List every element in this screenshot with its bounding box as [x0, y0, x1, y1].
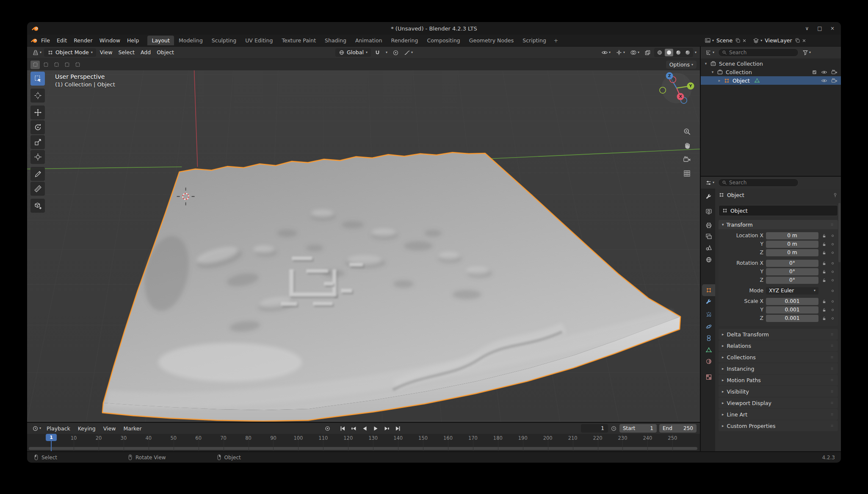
timeline-menu-marker[interactable]: Marker — [119, 425, 145, 432]
play-button[interactable] — [370, 424, 381, 433]
viewport-menu-object[interactable]: Object — [154, 47, 177, 58]
shading-material-button[interactable] — [674, 49, 683, 56]
value-slider[interactable]: 0.001 — [766, 315, 818, 322]
workspace-tab-compositing[interactable]: Compositing — [423, 36, 464, 45]
rotation-mode-select[interactable]: XYZ Euler▾ — [766, 287, 818, 294]
playhead-current-frame[interactable]: 1 — [46, 434, 57, 441]
editor-type-button[interactable]: ▾ — [30, 48, 43, 57]
lock-icon[interactable] — [821, 316, 827, 321]
view-layer-selector[interactable]: ViewLayer — [763, 37, 793, 44]
viewport-menu-view[interactable]: View — [97, 47, 116, 58]
shading-dropdown-icon[interactable]: ▾ — [695, 51, 697, 54]
properties-tab-data[interactable] — [702, 344, 715, 356]
timeline-menu-view[interactable]: View — [100, 425, 120, 432]
menu-window[interactable]: Window — [96, 35, 124, 47]
play-reverse-button[interactable] — [359, 424, 370, 433]
workspace-tab-animation[interactable]: Animation — [351, 36, 387, 45]
panel-drag-handle-icon[interactable] — [829, 222, 835, 227]
options-button[interactable]: Options▾ — [666, 61, 697, 69]
properties-scrollbar[interactable] — [838, 203, 840, 262]
properties-tab-tool[interactable] — [702, 191, 715, 203]
unlink-scene-icon[interactable] — [742, 38, 747, 43]
workspace-tab-shading[interactable]: Shading — [321, 36, 351, 45]
maximize-button[interactable]: □ — [815, 24, 825, 33]
previous-keyframe-button[interactable] — [348, 424, 359, 433]
lock-icon[interactable] — [821, 299, 827, 304]
panel-custom-properties[interactable]: ▸Custom Properties — [719, 420, 838, 431]
tool-annotate[interactable] — [30, 167, 45, 181]
viewport-menu-add[interactable]: Add — [138, 47, 154, 58]
lock-icon[interactable] — [821, 261, 827, 266]
shading-rendered-button[interactable] — [683, 49, 692, 56]
animate-property-dot[interactable] — [829, 250, 835, 255]
properties-tab-physics[interactable] — [702, 321, 715, 333]
mode-select[interactable]: Object Mode▾ — [44, 48, 96, 57]
snap-settings-button[interactable]: ▾ — [384, 50, 389, 55]
value-slider[interactable]: 0° — [766, 260, 818, 267]
view-layer-icon[interactable] — [753, 37, 759, 44]
workspace-tab-rendering[interactable]: Rendering — [387, 36, 423, 45]
expand-toggle-icon[interactable]: ▾ — [703, 61, 708, 66]
shading-wireframe-button[interactable] — [655, 49, 664, 56]
panel-instancing[interactable]: ▸Instancing — [719, 363, 838, 374]
lock-icon[interactable] — [821, 289, 827, 293]
timeline-editor-type-button[interactable]: ▾ — [30, 425, 43, 433]
properties-editor-type-button[interactable]: ▾ — [704, 179, 716, 187]
toggle-perspective-icon[interactable] — [682, 169, 691, 178]
select-mode-intersect[interactable] — [73, 61, 82, 69]
workspace-tab-uv-editing[interactable]: UV Editing — [241, 36, 277, 45]
value-slider[interactable]: 0 m — [766, 232, 818, 239]
frame-start-field[interactable]: Start1 — [619, 424, 657, 433]
new-scene-icon[interactable] — [735, 38, 741, 43]
panel-delta-transform[interactable]: ▸Delta Transform — [719, 329, 838, 340]
toggle-xray-button[interactable] — [643, 49, 652, 57]
workspace-tab-sculpting[interactable]: Sculpting — [207, 36, 240, 45]
properties-search[interactable] — [718, 178, 799, 187]
tool-measure[interactable] — [30, 182, 45, 196]
workspace-tab-geometry-nodes[interactable]: Geometry Nodes — [465, 36, 518, 45]
panel-line-art[interactable]: ▸Line Art — [719, 409, 838, 420]
lock-icon[interactable] — [821, 269, 827, 274]
timeline-menu-playback[interactable]: Playback — [43, 425, 74, 432]
properties-search-input[interactable] — [729, 180, 795, 186]
tool-rotate[interactable] — [30, 120, 45, 134]
remove-view-layer-icon[interactable] — [802, 38, 807, 43]
menu-help[interactable]: Help — [124, 35, 143, 47]
snap-toggle-button[interactable] — [373, 49, 382, 57]
tool-transform[interactable] — [30, 150, 45, 164]
properties-tab-constraints[interactable] — [702, 332, 715, 344]
outliner-search[interactable] — [718, 48, 799, 57]
lock-icon[interactable] — [821, 242, 827, 247]
animate-property-dot[interactable] — [829, 269, 835, 274]
transform-panel-header[interactable]: ▾ Transform — [719, 220, 838, 229]
jump-to-end-button[interactable] — [393, 424, 403, 433]
menu-file[interactable]: File — [38, 35, 53, 47]
jump-to-start-button[interactable] — [337, 424, 348, 433]
value-slider[interactable]: 0° — [766, 268, 818, 275]
workspace-tab-texture-paint[interactable]: Texture Paint — [277, 36, 320, 45]
minimize-button[interactable]: ∨ — [802, 24, 812, 33]
show-overlays-button[interactable]: ▾ — [628, 48, 641, 57]
show-gizmo-button[interactable]: ▾ — [614, 48, 627, 57]
panel-collections[interactable]: ▸Collections — [719, 352, 838, 363]
disable-in-renders-toggle[interactable] — [831, 78, 838, 84]
viewport-canvas[interactable]: XYZ — [27, 70, 700, 422]
tool-scale[interactable] — [30, 135, 45, 149]
properties-tab-object[interactable] — [702, 284, 715, 296]
blender-menu-icon[interactable] — [30, 37, 38, 44]
animate-property-dot[interactable] — [829, 261, 835, 266]
value-slider[interactable]: 0.001 — [766, 298, 818, 305]
proportional-falloff-button[interactable]: ▾ — [402, 49, 415, 57]
terrain-mesh[interactable] — [102, 153, 680, 421]
scene-selector[interactable]: Scene — [715, 37, 734, 44]
value-slider[interactable]: 0 m — [766, 249, 818, 256]
animate-property-dot[interactable] — [829, 316, 835, 321]
outliner-row-collection[interactable]: ▾Collection — [701, 68, 841, 76]
tool-move[interactable] — [30, 105, 45, 119]
select-mode-subtract[interactable] — [52, 61, 61, 69]
expand-toggle-icon[interactable]: ▾ — [710, 70, 715, 74]
close-button[interactable]: × — [827, 24, 838, 33]
shading-solid-button[interactable] — [665, 49, 673, 56]
animate-property-dot[interactable] — [829, 278, 835, 283]
panel-viewport-display[interactable]: ▸Viewport Display — [719, 397, 838, 408]
